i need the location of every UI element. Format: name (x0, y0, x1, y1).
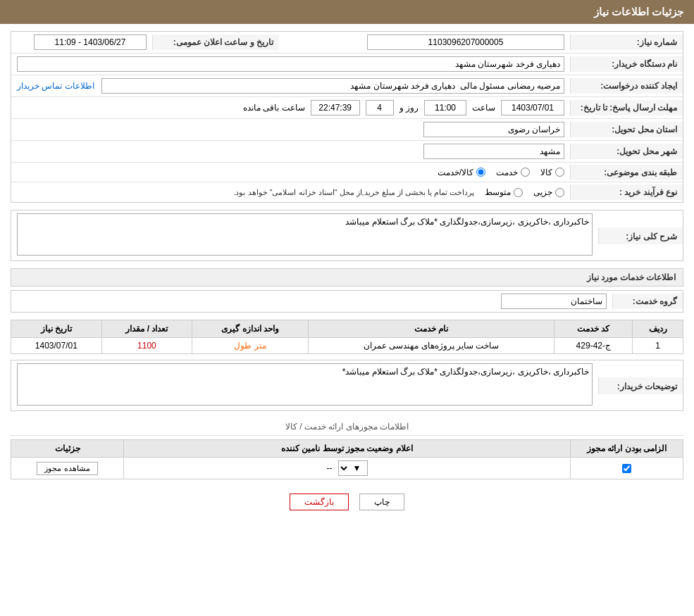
buyer-desc-section: توضیحات خریدار: خاکبرداری ،خاکریزی ،زیرس… (11, 360, 683, 411)
days-input[interactable] (366, 100, 394, 115)
radio-goods-service: کالا/خدمت (438, 168, 485, 177)
cell-row-num: 1 (633, 338, 683, 354)
content-area: شماره نیاز: تاریخ و ساعت اعلان عمومی: نا… (0, 24, 694, 517)
status-select[interactable]: ▼ (338, 460, 368, 476)
buyer-org-input[interactable] (17, 56, 564, 72)
license-row: ▼ -- مشاهده مجوز (11, 458, 683, 479)
radio-medium-label: متوسط (485, 187, 511, 197)
city-value (11, 141, 570, 162)
city-label: شهر محل تحویل: (570, 144, 683, 159)
announce-date-label: تاریخ و ساعت اعلان عمومی: (152, 34, 279, 50)
buyer-desc-textarea[interactable]: خاکبرداری ،خاکریزی ،زیرسازی،جدولگذاری *م… (17, 363, 593, 406)
radio-service-label: خدمت (496, 168, 518, 177)
main-info-section: شماره نیاز: تاریخ و ساعت اعلان عمومی: نا… (11, 31, 683, 203)
col-details: جزئیات (11, 440, 124, 458)
province-value (11, 119, 570, 140)
radio-goods-service-input[interactable] (476, 168, 485, 177)
radio-service: خدمت (496, 168, 530, 177)
time-label: ساعت (472, 103, 495, 113)
need-desc-textarea[interactable]: خاکبرداری ،خاکریزی ،زیرسازی،جدولگذاری *م… (17, 213, 593, 256)
radio-medium-input[interactable] (514, 188, 523, 197)
contact-info-link[interactable]: اطلاعات تماس خریدار (17, 81, 94, 91)
service-group-row: گروه خدمت: (11, 291, 683, 312)
city-row: شهر محل تحویل: (11, 141, 683, 163)
send-date-value: ساعت روز و ساعت باقی مانده (11, 97, 570, 118)
print-button[interactable]: چاپ (359, 494, 404, 510)
radio-service-input[interactable] (521, 168, 530, 177)
province-label: استان محل تحویل: (570, 122, 683, 137)
radio-goods: کالا (540, 168, 564, 177)
remaining-time-input[interactable] (311, 100, 360, 115)
col-row-num: ردیف (633, 320, 683, 338)
city-input[interactable] (423, 144, 564, 159)
announce-date-input[interactable] (34, 34, 147, 50)
purchase-type-desc: پرداخت تمام یا بخشی از مبلغ خرید,از محل … (233, 188, 474, 197)
service-group-label: گروه خدمت: (612, 294, 683, 309)
page-wrapper: جزئیات اطلاعات نیاز شماره نیاز: تاریخ و … (0, 0, 694, 616)
requester-value: اطلاعات تماس خریدار (11, 75, 570, 96)
buyer-desc-label: توضیحات خریدار: (598, 377, 683, 394)
col-unit: واحد اندازه گیری (192, 320, 309, 338)
requester-input[interactable] (101, 78, 564, 94)
buyer-desc-row: توضیحات خریدار: خاکبرداری ،خاکریزی ،زیرس… (11, 360, 683, 410)
send-date-input[interactable] (501, 100, 564, 115)
purchase-type-value: جزیی متوسط پرداخت تمام یا بخشی از مبلغ خ… (11, 184, 570, 200)
service-group-value (11, 291, 612, 312)
need-desc-label: شرح کلی نیاز: (598, 227, 683, 244)
licenses-link: اطلامات مجوزهای ارائه خدمت / کالا (11, 418, 683, 436)
services-section-title: اطلاعات خدمات مورد نیاز (11, 268, 683, 287)
show-license-button[interactable]: مشاهده مجوز (37, 462, 97, 475)
page-header: جزئیات اطلاعات نیاز (0, 0, 694, 24)
need-number-label: شماره نیاز: (570, 34, 683, 50)
need-number-row: شماره نیاز: تاریخ و ساعت اعلان عمومی: (11, 32, 683, 54)
send-date-row: مهلت ارسال پاسخ: تا تاریخ: ساعت روز و سا… (11, 97, 683, 119)
col-service-code: کد خدمت (554, 320, 633, 338)
buyer-org-row: نام دستگاه خریدار: (11, 54, 683, 75)
required-checkbox[interactable] (622, 464, 631, 473)
need-number-input[interactable] (367, 34, 564, 50)
remaining-label: ساعت باقی مانده (243, 103, 305, 113)
category-value: کالا خدمت کالا/خدمت (11, 165, 570, 180)
radio-goods-input[interactable] (555, 168, 564, 177)
cell-unit: متر طول (192, 338, 309, 354)
col-service-name: نام خدمت (308, 320, 554, 338)
buyer-desc-value: خاکبرداری ،خاکریزی ،زیرسازی،جدولگذاری *م… (11, 360, 598, 410)
province-row: استان محل تحویل: (11, 119, 683, 141)
purchase-type-row: نوع فرآیند خرید : جزیی متوسط پرداخت تمام… (11, 182, 683, 202)
buyer-org-label: نام دستگاه خریدار: (570, 56, 683, 72)
cell-required (571, 458, 683, 479)
buyer-org-value (11, 54, 570, 75)
need-number-value (279, 32, 570, 53)
province-input[interactable] (423, 122, 564, 137)
requester-label: ایجاد کننده درخواست: (570, 78, 683, 94)
cell-status: ▼ -- (124, 458, 571, 479)
need-desc-value: خاکبرداری ،خاکریزی ،زیرسازی،جدولگذاری *م… (11, 210, 598, 260)
requester-row: ایجاد کننده درخواست: اطلاعات تماس خریدار (11, 75, 683, 97)
col-required: الزامی بودن ارائه مجوز (571, 440, 683, 458)
need-description-section: شرح کلی نیاز: خاکبرداری ،خاکریزی ،زیرساز… (11, 210, 683, 261)
table-row: 1 ج-42-429 ساخت سایر پروژه‌های مهندسی عم… (11, 338, 683, 354)
category-label: طبقه بندی موضوعی: (570, 165, 683, 180)
radio-goods-service-label: کالا/خدمت (438, 168, 473, 177)
radio-partial-label: جزیی (533, 187, 552, 197)
category-row: طبقه بندی موضوعی: کالا خدمت (11, 163, 683, 182)
cell-service-name: ساخت سایر پروژه‌های مهندسی عمران (308, 338, 554, 354)
bottom-buttons: چاپ بازگشت (11, 494, 683, 510)
cell-details: مشاهده مجوز (11, 458, 124, 479)
days-label: روز و (399, 103, 419, 113)
page-title: جزئیات اطلاعات نیاز (594, 6, 683, 18)
licenses-link-text: اطلامات مجوزهای ارائه خدمت / کالا (285, 422, 409, 432)
service-group-input[interactable] (501, 294, 607, 309)
back-button[interactable]: بازگشت (290, 494, 349, 510)
col-status: اعلام وضعیت مجوز توسط نامین کننده (124, 440, 571, 458)
radio-medium: متوسط (485, 187, 523, 197)
status-value: -- (327, 463, 333, 473)
radio-partial-input[interactable] (555, 188, 564, 197)
purchase-type-label: نوع فرآیند خرید : (570, 184, 683, 200)
send-date-label: مهلت ارسال پاسخ: تا تاریخ: (570, 100, 683, 115)
services-table: ردیف کد خدمت نام خدمت واحد اندازه گیری ت… (11, 320, 683, 354)
radio-partial: جزیی (533, 187, 564, 197)
radio-goods-label: کالا (540, 168, 552, 177)
licenses-section: اطلامات مجوزهای ارائه خدمت / کالا الزامی… (11, 418, 683, 479)
send-time-input[interactable] (424, 100, 466, 115)
